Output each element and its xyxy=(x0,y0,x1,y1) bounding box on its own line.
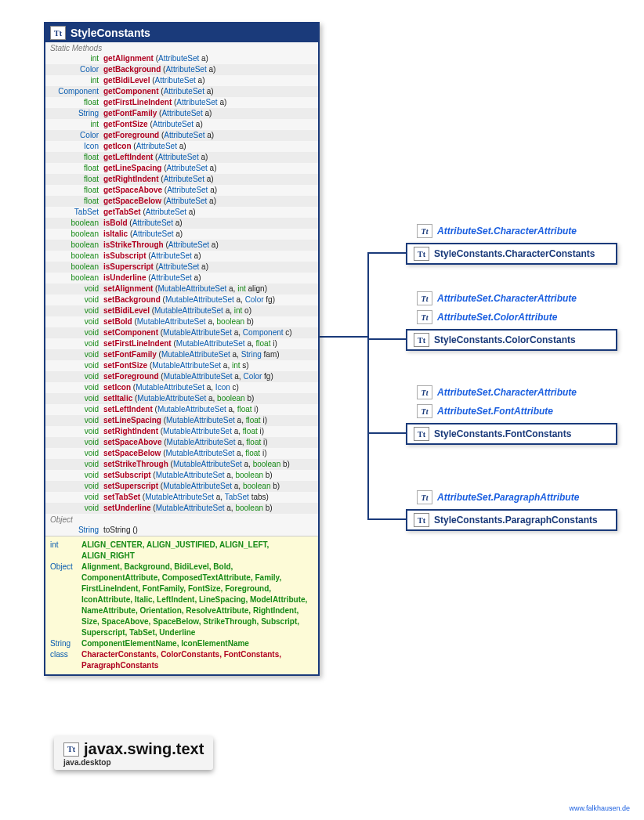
method-signature[interactable]: setBidiLevel (MutableAttributeSet a, int… xyxy=(103,305,251,316)
method-signature[interactable]: setAlignment (MutableAttributeSet a, int… xyxy=(103,284,267,294)
class-icon: Tt xyxy=(414,333,429,347)
field-type: Object xyxy=(50,562,81,638)
method-signature[interactable]: setSubscript (MutableAttributeSet a, boo… xyxy=(103,470,273,481)
interface-label[interactable]: TtAttributeSet.ColorAttribute xyxy=(417,310,557,324)
return-type: void xyxy=(49,371,103,382)
method-row: booleanisBold (AttributeSet a) xyxy=(45,218,318,229)
method-row: voidsetIcon (MutableAttributeSet a, Icon… xyxy=(45,382,318,393)
return-type: float xyxy=(49,174,103,185)
method-signature[interactable]: isSuperscript (AttributeSet a) xyxy=(103,262,208,273)
method-signature[interactable]: setFontSize (MutableAttributeSet a, int … xyxy=(103,360,249,371)
method-signature[interactable]: setFirstLineIndent (MutableAttributeSet … xyxy=(103,338,277,349)
method-row: booleanisItalic (AttributeSet a) xyxy=(45,229,318,240)
return-type: float xyxy=(49,196,103,207)
method-signature[interactable]: getLineSpacing (AttributeSet a) xyxy=(103,163,217,174)
method-signature[interactable]: isItalic (AttributeSet a) xyxy=(103,229,183,240)
method-signature[interactable]: setStrikeThrough (MutableAttributeSet a,… xyxy=(103,459,290,470)
method-row: voidsetForeground (MutableAttributeSet a… xyxy=(45,371,318,382)
return-type: void xyxy=(49,470,103,481)
method-row: voidsetFirstLineIndent (MutableAttribute… xyxy=(45,338,318,349)
method-signature[interactable]: getLeftIndent (AttributeSet a) xyxy=(103,152,208,163)
method-signature[interactable]: getFontFamily (AttributeSet a) xyxy=(103,108,212,119)
field-names[interactable]: ComponentElementName, IconElementName xyxy=(81,638,313,649)
interface-label[interactable]: TtAttributeSet.FontAttribute xyxy=(417,404,553,418)
class-box-styleconstants: Tt StyleConstants Static Methods intgetA… xyxy=(44,22,320,676)
method-signature[interactable]: setLeftIndent (MutableAttributeSet a, fl… xyxy=(103,404,259,415)
method-signature[interactable]: getComponent (AttributeSet a) xyxy=(103,86,214,97)
methods-list: intgetAlignment (AttributeSet a)Colorget… xyxy=(45,53,318,514)
footer-link[interactable]: www.falkhausen.de xyxy=(569,804,630,812)
method-row: floatgetRightIndent (AttributeSet a) xyxy=(45,174,318,185)
interface-name: AttributeSet.CharacterAttribute xyxy=(437,293,577,304)
method-signature[interactable]: setForeground (MutableAttributeSet a, Co… xyxy=(103,371,273,382)
method-signature[interactable]: getIcon (AttributeSet a) xyxy=(103,141,186,152)
field-names[interactable]: ALIGN_CENTER, ALIGN_JUSTIFIED, ALIGN_LEF… xyxy=(81,540,313,562)
return-type: float xyxy=(49,163,103,174)
method-signature[interactable]: getAlignment (AttributeSet a) xyxy=(103,53,208,64)
inner-class-box[interactable]: TtStyleConstants.ColorConstants xyxy=(406,329,617,351)
method-signature[interactable]: isSubscript (AttributeSet a) xyxy=(103,251,201,262)
method-signature[interactable]: getBackground (AttributeSet a) xyxy=(103,64,215,75)
inner-class-box[interactable]: TtStyleConstants.ParagraphConstants xyxy=(406,509,617,531)
method-row: voidsetRightIndent (MutableAttributeSet … xyxy=(45,426,318,437)
method-signature[interactable]: setSpaceAbove (MutableAttributeSet a, fl… xyxy=(103,437,268,448)
method-row: voidsetTabSet (MutableAttributeSet a, Ta… xyxy=(45,492,318,503)
method-signature[interactable]: getSpaceAbove (AttributeSet a) xyxy=(103,185,217,196)
interface-label[interactable]: TtAttributeSet.CharacterAttribute xyxy=(417,291,577,305)
inner-class-name: StyleConstants.FontConstants xyxy=(434,428,571,439)
section-object: Object xyxy=(45,514,318,525)
field-names[interactable]: CharacterConstants, ColorConstants, Font… xyxy=(81,649,313,671)
method-row: booleanisSuperscript (AttributeSet a) xyxy=(45,262,318,273)
interface-label[interactable]: TtAttributeSet.CharacterAttribute xyxy=(417,224,577,238)
interface-label[interactable]: TtAttributeSet.CharacterAttribute xyxy=(417,385,577,399)
method-signature[interactable]: setUnderline (MutableAttributeSet a, boo… xyxy=(103,503,273,514)
method-signature[interactable]: setLineSpacing (MutableAttributeSet a, f… xyxy=(103,415,267,426)
method-row: intgetFontSize (AttributeSet a) xyxy=(45,119,318,130)
method-signature[interactable]: setRightIndent (MutableAttributeSet a, f… xyxy=(103,426,264,437)
method-row: floatgetSpaceBelow (AttributeSet a) xyxy=(45,196,318,207)
return-type: String xyxy=(49,108,103,119)
method-signature[interactable]: getFontSize (AttributeSet a) xyxy=(103,119,203,130)
method-signature[interactable]: setBackground (MutableAttributeSet a, Co… xyxy=(103,294,275,305)
method-row: booleanisUnderline (AttributeSet a) xyxy=(45,273,318,284)
method-row: ColorgetBackground (AttributeSet a) xyxy=(45,64,318,75)
method-signature[interactable]: setSuperscript (MutableAttributeSet a, b… xyxy=(103,481,280,492)
method-signature[interactable]: getTabSet (AttributeSet a) xyxy=(103,207,196,218)
method-signature[interactable]: setBold (MutableAttributeSet a, boolean … xyxy=(103,316,254,327)
method-row: voidsetSubscript (MutableAttributeSet a,… xyxy=(45,470,318,481)
return-type: int xyxy=(49,53,103,64)
method-signature[interactable]: getRightIndent (AttributeSet a) xyxy=(103,174,214,185)
method-signature[interactable]: setTabSet (MutableAttributeSet a, TabSet… xyxy=(103,492,269,503)
field-names[interactable]: Alignment, Background, BidiLevel, Bold, … xyxy=(81,562,313,638)
return-type: void xyxy=(49,349,103,360)
method-signature[interactable]: isStrikeThrough (AttributeSet a) xyxy=(103,240,219,251)
method-signature[interactable]: setIcon (MutableAttributeSet a, Icon c) xyxy=(103,382,239,393)
method-signature[interactable]: setSpaceBelow (MutableAttributeSet a, fl… xyxy=(103,448,266,459)
method-signature[interactable]: toString () xyxy=(103,525,138,536)
method-signature[interactable]: getFirstLineIndent (AttributeSet a) xyxy=(103,97,226,108)
inner-class-name: StyleConstants.CharacterConstants xyxy=(434,248,595,259)
method-row: voidsetFontSize (MutableAttributeSet a, … xyxy=(45,360,318,371)
return-type: void xyxy=(49,415,103,426)
return-type: boolean xyxy=(49,229,103,240)
inner-class-box[interactable]: TtStyleConstants.FontConstants xyxy=(406,423,617,445)
method-signature[interactable]: getBidiLevel (AttributeSet a) xyxy=(103,75,205,86)
method-row: voidsetStrikeThrough (MutableAttributeSe… xyxy=(45,459,318,470)
method-row: TabSetgetTabSet (AttributeSet a) xyxy=(45,207,318,218)
method-signature[interactable]: getForeground (AttributeSet a) xyxy=(103,130,214,141)
method-signature[interactable]: setComponent (MutableAttributeSet a, Com… xyxy=(103,327,292,338)
return-type: boolean xyxy=(49,262,103,273)
return-type: void xyxy=(49,382,103,393)
method-signature[interactable]: setItalic (MutableAttributeSet a, boolea… xyxy=(103,393,254,404)
method-signature[interactable]: isUnderline (AttributeSet a) xyxy=(103,273,201,284)
method-signature[interactable]: getSpaceBelow (AttributeSet a) xyxy=(103,196,216,207)
inner-class-name: StyleConstants.ParagraphConstants xyxy=(434,515,598,526)
inner-class-box[interactable]: TtStyleConstants.CharacterConstants xyxy=(406,243,617,265)
method-signature[interactable]: isBold (AttributeSet a) xyxy=(103,218,183,229)
interface-icon: Tt xyxy=(417,404,432,418)
interface-label[interactable]: TtAttributeSet.ParagraphAttribute xyxy=(417,490,579,504)
method-row: voidsetFontFamily (MutableAttributeSet a… xyxy=(45,349,318,360)
return-type: String xyxy=(49,525,103,536)
interface-name: AttributeSet.ParagraphAttribute xyxy=(437,492,579,503)
method-signature[interactable]: setFontFamily (MutableAttributeSet a, St… xyxy=(103,349,280,360)
